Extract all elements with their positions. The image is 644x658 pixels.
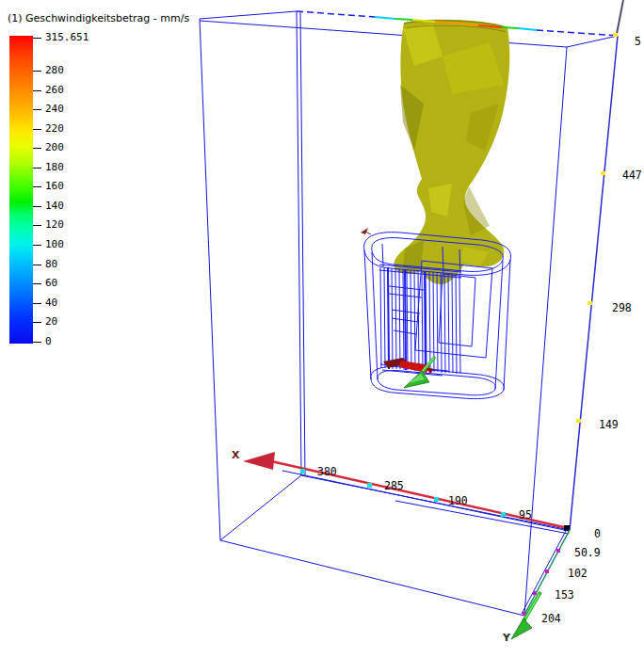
height-ruler-label: 298 xyxy=(612,301,632,314)
y-ruler-label: 50.9 xyxy=(574,546,601,559)
x-axis-arrow-icon xyxy=(243,452,275,470)
x-ruler-label: 190 xyxy=(448,494,468,507)
cfd-viewport[interactable]: 5 447 298 149 0 50.9 102 153 204 380 285… xyxy=(0,0,644,658)
x-ruler-label: 285 xyxy=(384,479,404,492)
height-ruler-label: 149 xyxy=(599,418,619,431)
domain-box-front-edges xyxy=(200,19,567,616)
isosurface-jet xyxy=(394,20,509,284)
height-ruler-label: 447 xyxy=(622,169,642,182)
origin-label: 0 xyxy=(594,527,601,540)
y-axis-label: Y xyxy=(502,632,511,644)
y-ruler-label: 153 xyxy=(555,588,574,602)
rim-axis-mark xyxy=(361,228,371,234)
legend-title: (1) Geschwindigkeitsbetrag - mm/s xyxy=(8,12,189,24)
x-ruler-label: 380 xyxy=(317,465,337,478)
x-ruler-label: 95 xyxy=(519,508,532,522)
color-legend: (1) Geschwindigkeitsbetrag - mm/s 315.65… xyxy=(0,0,198,377)
height-ruler-top-label: 5 xyxy=(635,35,641,48)
height-ruler xyxy=(564,33,618,531)
y-axis-arrow-icon xyxy=(511,618,532,639)
y-ruler-label: 102 xyxy=(568,567,588,580)
x-axis-label: X xyxy=(232,449,240,461)
legend-colorbar xyxy=(9,36,33,344)
y-ruler-label: 204 xyxy=(541,612,561,625)
